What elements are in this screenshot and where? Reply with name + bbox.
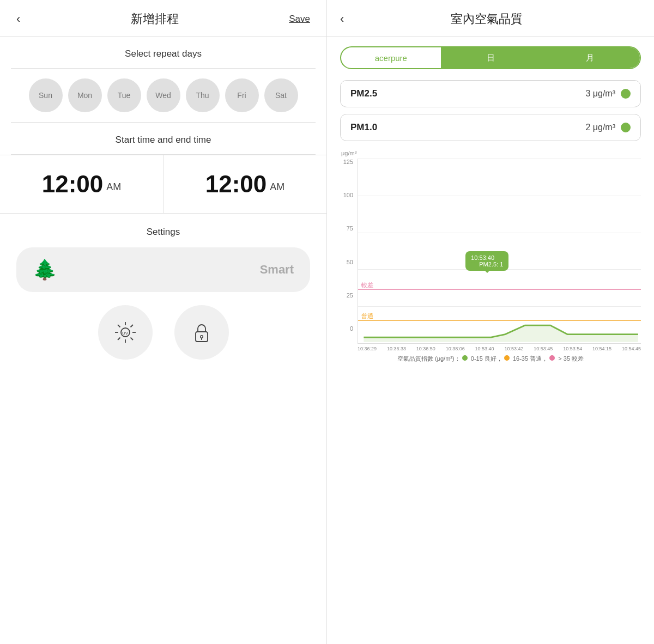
svg-line-8 xyxy=(118,338,120,341)
pm25-card: PM2.5 3 μg/m³ xyxy=(340,80,641,107)
x-label-5: 10:53:42 xyxy=(504,346,523,351)
chart-area: 較差 普通 10:53:40 PM2.5: 1 xyxy=(358,159,641,344)
right-back-button[interactable]: ‹ xyxy=(340,12,344,26)
save-button[interactable]: Save xyxy=(289,14,310,25)
grid-100 xyxy=(358,196,641,196)
end-time-value: 12:00 xyxy=(205,171,267,198)
chart-wrapper: 125 100 75 50 25 0 較差 普通 xyxy=(340,159,641,344)
left-panel: ‹ 新增排程 Save Select repeat days Sun Mon T… xyxy=(0,0,327,644)
day-mon[interactable]: Mon xyxy=(68,78,102,112)
svg-point-13 xyxy=(201,336,202,338)
x-label-7: 10:53:54 xyxy=(563,346,582,351)
x-label-9: 10:54:45 xyxy=(622,346,641,351)
pm10-value: 2 μg/m³ xyxy=(585,123,615,132)
lock-icon xyxy=(189,320,214,345)
y-tick-125: 125 xyxy=(340,159,353,165)
y-tick-50: 50 xyxy=(340,259,353,265)
right-title: 室內空氣品質 xyxy=(350,11,622,27)
svg-line-5 xyxy=(118,325,120,327)
pm10-card: PM1.0 2 μg/m³ xyxy=(340,114,641,141)
svg-text:UV: UV xyxy=(122,331,129,336)
tab-day[interactable]: 日 xyxy=(441,47,541,68)
ref-line-poor xyxy=(358,289,641,290)
settings-section: Settings 🌲 Smart UV xyxy=(0,214,326,373)
pm10-value-group: 2 μg/m³ xyxy=(585,123,631,132)
y-tick-100: 100 xyxy=(340,192,353,198)
x-label-8: 10:54:15 xyxy=(592,346,611,351)
day-sat[interactable]: Sat xyxy=(264,78,298,112)
pm10-label: PM1.0 xyxy=(350,122,377,133)
pm10-status-dot xyxy=(621,123,631,132)
legend-dot-fair xyxy=(504,355,510,361)
left-header: ‹ 新增排程 Save xyxy=(0,0,326,37)
pm25-label: PM2.5 xyxy=(350,88,377,99)
tab-acerpure[interactable]: acerpure xyxy=(341,47,441,68)
tab-month[interactable]: 月 xyxy=(540,47,640,68)
ref-line-fair xyxy=(358,320,641,321)
uv-button[interactable]: UV xyxy=(98,305,153,360)
uv-icon: UV xyxy=(113,320,138,345)
day-tue[interactable]: Tue xyxy=(107,78,141,112)
start-time-value: 12:00 xyxy=(42,171,104,198)
grid-25 xyxy=(358,306,641,307)
end-time-block[interactable]: 12:00 AM xyxy=(164,155,326,213)
svg-line-6 xyxy=(130,338,133,341)
left-title: 新增排程 xyxy=(131,11,179,27)
x-label-4: 10:53:40 xyxy=(475,346,494,351)
ref-label-fair: 普通 xyxy=(361,312,373,320)
time-section: 12:00 AM 12:00 AM xyxy=(0,155,326,214)
tooltip-time: 10:53:40 xyxy=(471,254,503,261)
y-axis-label: μg/m³ xyxy=(340,150,641,156)
repeat-days-label: Select repeat days xyxy=(0,37,326,68)
tooltip: 10:53:40 PM2.5: 1 xyxy=(465,251,508,271)
right-panel: ‹ 室內空氣品質 acerpure 日 月 PM2.5 3 μg/m³ PM1.… xyxy=(327,0,654,644)
pm25-status-dot xyxy=(621,89,631,99)
end-time-ampm: AM xyxy=(270,181,284,193)
y-tick-25: 25 xyxy=(340,292,353,299)
start-time-ampm: AM xyxy=(106,181,121,193)
settings-label: Settings xyxy=(16,227,310,238)
x-label-1: 10:36:33 xyxy=(387,346,406,351)
pm25-value-group: 3 μg/m³ xyxy=(585,89,631,99)
day-thu[interactable]: Thu xyxy=(186,78,220,112)
icon-row: UV xyxy=(16,305,310,360)
day-wed[interactable]: Wed xyxy=(147,78,180,112)
grid-75 xyxy=(358,233,641,233)
right-header: ‹ 室內空氣品質 xyxy=(327,0,654,37)
legend-dot-good xyxy=(462,355,468,361)
smart-card[interactable]: 🌲 Smart xyxy=(16,247,310,292)
start-time-block[interactable]: 12:00 AM xyxy=(0,155,164,213)
chart-legend: 空氣品質指數 (μg/m³)： 0-15 良好， 16-35 普通， > 35 … xyxy=(340,355,641,363)
x-axis: 10:36:29 10:36:33 10:36:50 10:38:06 10:5… xyxy=(358,344,641,351)
grid-125 xyxy=(358,159,641,159)
pm25-value: 3 μg/m³ xyxy=(585,89,615,99)
day-fri[interactable]: Fri xyxy=(225,78,259,112)
legend-dot-poor xyxy=(549,355,555,361)
tab-group: acerpure 日 月 xyxy=(340,46,641,69)
x-label-0: 10:36:29 xyxy=(358,346,377,351)
tree-icon: 🌲 xyxy=(33,258,57,281)
time-section-label: Start time and end time xyxy=(0,123,326,154)
tooltip-pm25: PM2.5: 1 xyxy=(471,261,503,268)
svg-line-7 xyxy=(130,325,133,327)
x-label-6: 10:53:45 xyxy=(534,346,553,351)
x-label-2: 10:36:50 xyxy=(416,346,435,351)
y-tick-0: 0 xyxy=(340,325,353,332)
y-tick-75: 75 xyxy=(340,225,353,232)
y-axis: 125 100 75 50 25 0 xyxy=(340,159,358,344)
days-container: Sun Mon Tue Wed Thu Fri Sat xyxy=(0,69,326,122)
ref-label-poor: 較差 xyxy=(361,281,373,289)
left-back-button[interactable]: ‹ xyxy=(16,12,20,26)
chart-container: μg/m³ 125 100 75 50 25 0 較差 xyxy=(340,150,641,644)
smart-mode-label: Smart xyxy=(260,263,294,277)
lock-button[interactable] xyxy=(174,305,229,360)
day-sun[interactable]: Sun xyxy=(29,78,63,112)
x-label-3: 10:38:06 xyxy=(446,346,465,351)
